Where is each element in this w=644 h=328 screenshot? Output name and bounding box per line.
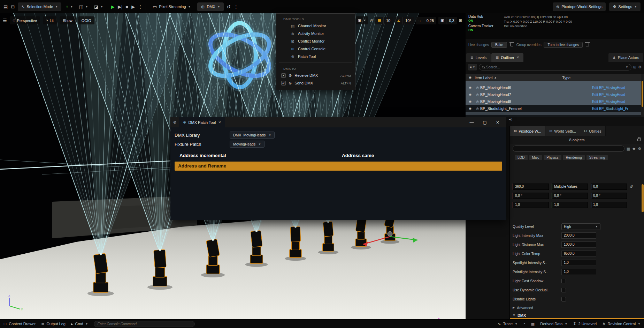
edit-blueprint-link[interactable]: Edit BP_MovingHead bbox=[592, 93, 625, 97]
light-distance-max-field[interactable]: 1000,0 bbox=[561, 241, 596, 248]
minimize-window-icon[interactable]: — bbox=[470, 120, 474, 125]
menu-item-conflict-monitor[interactable]: ⊠ Conflict Monitor bbox=[276, 37, 355, 45]
scrollbar-thumb[interactable] bbox=[642, 81, 643, 107]
trash-icon[interactable] bbox=[586, 43, 589, 46]
trace-dropdown[interactable]: ∿ Trace ▼ bbox=[498, 322, 518, 326]
speaker-icon[interactable]: ◄) bbox=[508, 118, 512, 121]
outliner-scrollbar[interactable] bbox=[641, 74, 644, 117]
cmd-dropdown[interactable]: ▸ Cmd ▼ bbox=[71, 322, 88, 326]
import-icon[interactable]: ⊟ bbox=[11, 5, 15, 9]
table-row[interactable]: ◉ ◎ BP_MovingHead6 Edit BP_MovingHead bbox=[466, 84, 644, 91]
chip-lod[interactable]: LOD bbox=[515, 155, 528, 160]
details-settings-gear-icon[interactable]: ⚙ bbox=[638, 147, 641, 151]
new-folder-icon[interactable]: ⊞ bbox=[633, 65, 636, 69]
camera-speed-control[interactable]: ▣ 0,3 bbox=[438, 17, 457, 24]
address-incremental-button[interactable]: Address incremental bbox=[175, 153, 342, 158]
unsaved-button[interactable]: ↧ 2 Unsaved bbox=[573, 322, 597, 326]
visibility-eye-icon[interactable]: ◉ bbox=[466, 86, 475, 89]
table-row[interactable]: ◉ ◎ BP_MovingHead7 Edit BP_MovingHead bbox=[466, 91, 644, 98]
receive-dmx-checkbox[interactable]: ✓ bbox=[281, 73, 286, 78]
visibility-eye-icon[interactable]: ◉ bbox=[466, 93, 475, 96]
menu-item-receive-dmx[interactable]: ✓ ⊚ Receive DMX ALT+M bbox=[276, 72, 355, 79]
revision-control-dropdown[interactable]: ⋔ Revision Control ▼ bbox=[602, 322, 641, 326]
chip-misc[interactable]: Misc bbox=[529, 155, 542, 160]
play-button[interactable]: ▶ bbox=[111, 5, 115, 9]
content-drawer-button[interactable]: ⊟ Content Drawer bbox=[3, 322, 36, 326]
ocio-dropdown[interactable]: OCIO bbox=[78, 16, 94, 24]
play-options-kebab-icon[interactable]: ⋮ bbox=[138, 5, 143, 9]
transform-z-field[interactable]: 0,0 bbox=[591, 184, 627, 190]
menu-item-control-console[interactable]: ⊞ Control Console bbox=[276, 45, 355, 53]
console-command-input[interactable] bbox=[98, 322, 191, 326]
pixotope-world-settings-button[interactable]: ⊛ Pixotope World Settings bbox=[553, 2, 606, 11]
derived-data-dropdown[interactable]: Derived Data ▼ bbox=[540, 322, 567, 326]
filter-dropdown[interactable]: ≡ ▼ bbox=[468, 64, 477, 70]
cinematics-dropdown[interactable]: ◪ ▼ bbox=[93, 2, 105, 11]
grid-snap-control[interactable]: ▦ 10 bbox=[375, 17, 393, 24]
outliner-search-input[interactable] bbox=[486, 65, 624, 69]
insights-icon[interactable]: ◔ bbox=[523, 322, 526, 326]
visibility-eye-icon[interactable]: ◉ bbox=[466, 100, 475, 103]
visibility-eye-icon[interactable]: ◉ bbox=[466, 107, 475, 110]
advanced-section-header[interactable]: ▶ Advanced bbox=[510, 304, 644, 312]
add-actor-dropdown[interactable]: + ▼ bbox=[64, 2, 74, 11]
column-type[interactable]: Type bbox=[562, 76, 570, 80]
toolbar-kebab-icon[interactable]: ⋮ bbox=[234, 5, 238, 9]
close-window-icon[interactable]: ✕ bbox=[496, 120, 499, 125]
maximize-viewport-icon[interactable]: ⊞ bbox=[459, 18, 462, 22]
light-cast-shadow-checkbox[interactable] bbox=[561, 279, 566, 283]
menu-item-send-dmx[interactable]: ✓ ⊚ Send DMX ALT+N bbox=[276, 79, 355, 87]
edit-blueprint-link[interactable]: Edit BP_MovingHead bbox=[592, 100, 625, 104]
scale-z-field[interactable]: 1,0 bbox=[591, 202, 627, 208]
address-same-button[interactable]: Address same bbox=[342, 153, 374, 158]
light-intensity-max-field[interactable]: 2000,0 bbox=[561, 232, 596, 239]
address-and-rename-button[interactable]: Address and Rename bbox=[175, 162, 502, 171]
history-icon[interactable]: ↺ bbox=[227, 5, 231, 9]
use-dynamic-occlusion-checkbox[interactable] bbox=[561, 288, 566, 292]
rotation-z-field[interactable]: 0,0 ° bbox=[591, 193, 627, 199]
menu-item-patch-tool[interactable]: ⊕ Patch Tool bbox=[276, 53, 355, 60]
dmx-library-dropdown[interactable]: DMX_MovingHeads ▼ bbox=[230, 132, 275, 139]
details-scrollbar-thumb[interactable] bbox=[642, 184, 644, 212]
chip-streaming[interactable]: Streaming bbox=[586, 155, 608, 160]
quality-level-dropdown[interactable]: High ▼ bbox=[561, 223, 600, 230]
viewport-menu-icon[interactable]: ☰ bbox=[3, 18, 7, 23]
perspective-dropdown[interactable]: ◇ Perspective bbox=[10, 16, 40, 24]
light-color-temp-field[interactable]: 6500,0 bbox=[561, 251, 596, 257]
outliner-settings-gear-icon[interactable]: ⚙ bbox=[638, 65, 642, 69]
trash-icon[interactable] bbox=[510, 43, 513, 46]
stop-button[interactable]: ■ bbox=[125, 5, 128, 9]
tab-outliner[interactable]: ☰ Outliner ✕ bbox=[491, 53, 523, 62]
maximize-window-icon[interactable]: ▢ bbox=[483, 120, 487, 125]
transform-y-field[interactable]: Multiple Values bbox=[552, 184, 588, 190]
patch-tool-tab[interactable]: ⊕ DMX Patch Tool ✕ bbox=[179, 117, 225, 127]
spotlight-intensity-field[interactable]: 1,0 bbox=[561, 260, 596, 266]
grid-status-icon[interactable]: ▦ bbox=[531, 322, 535, 326]
rotation-y-field[interactable]: 0,0 ° bbox=[552, 193, 588, 199]
tab-pixotope-world[interactable]: ⊛ Pixotope W... bbox=[510, 126, 545, 136]
lock-icon[interactable] bbox=[637, 139, 641, 141]
outliner-search-box[interactable]: ▼ bbox=[479, 64, 631, 70]
grid-view-icon[interactable]: ▦ bbox=[627, 147, 630, 151]
tab-levels[interactable]: ≣ Levels bbox=[466, 53, 491, 62]
frame-step-button[interactable]: ▶| bbox=[118, 5, 122, 9]
close-icon[interactable]: ✕ bbox=[516, 56, 519, 59]
table-row[interactable]: ◉ ◎ BP_MovingHead8 Edit BP_MovingHead bbox=[466, 98, 644, 105]
tab-place-actors[interactable]: ♟ Place Actors bbox=[608, 53, 643, 62]
editor-modes-dropdown[interactable]: ◫ ▼ bbox=[78, 2, 90, 11]
details-search-input[interactable] bbox=[516, 147, 621, 151]
send-dmx-checkbox[interactable]: ✓ bbox=[281, 81, 286, 85]
chip-physics[interactable]: Physics bbox=[544, 155, 561, 160]
disable-lights-checkbox[interactable] bbox=[561, 297, 566, 301]
show-flags-dropdown[interactable]: Show bbox=[60, 16, 76, 24]
reset-to-default-icon[interactable]: ↺ bbox=[630, 185, 633, 189]
fixture-patch-dropdown[interactable]: MovingHeads ▼ bbox=[230, 141, 264, 148]
turn-to-live-changes-button[interactable]: Turn to live changes bbox=[544, 42, 583, 48]
bake-button[interactable]: Bake bbox=[491, 42, 507, 48]
dmx-dropdown[interactable]: ⊕ DMX ▼ bbox=[197, 2, 223, 11]
viewport-camera-dropdown[interactable]: ▣ ▼ bbox=[356, 16, 368, 24]
edit-blueprint-link[interactable]: Edit BP_StudioLight_Fr bbox=[592, 107, 628, 111]
scale-x-field[interactable]: 1,0 bbox=[513, 202, 549, 208]
launch-button[interactable]: ▶ bbox=[131, 5, 135, 9]
patch-window-titlebar[interactable]: ⊛ ⊕ DMX Patch Tool ✕ — ▢ ✕ bbox=[170, 117, 506, 127]
